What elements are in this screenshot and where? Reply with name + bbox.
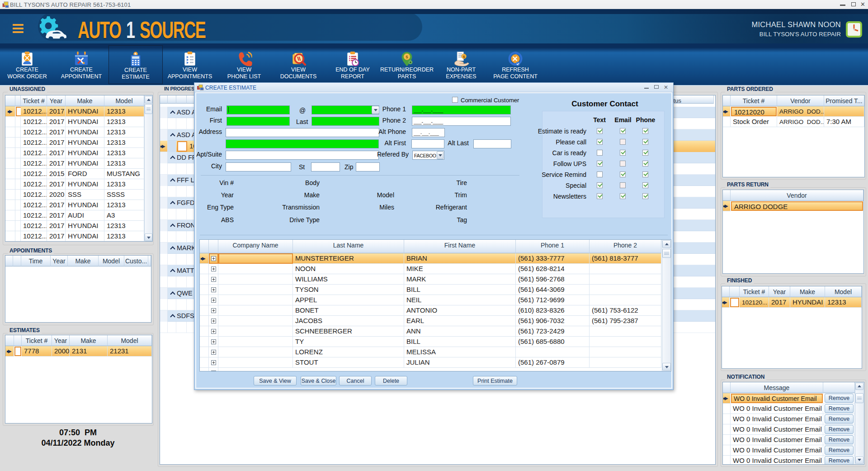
svg-text:$: $: [463, 55, 465, 59]
svg-text:$: $: [406, 54, 408, 59]
